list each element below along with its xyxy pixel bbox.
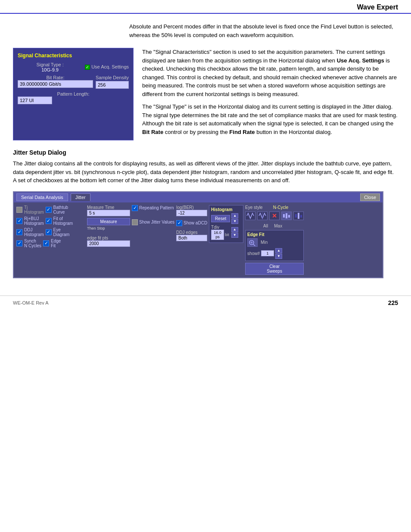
- cb-row-3: ✓ DDJHistogram ✓ EyeDiagram: [16, 227, 85, 237]
- edge-fit-pts-value: 2000: [87, 240, 130, 247]
- log-ber-group: log(BER) -12: [176, 205, 207, 216]
- ncycle-label: N-Cycle: [273, 205, 289, 210]
- close-button[interactable]: Close: [360, 193, 380, 201]
- eye-style-icon-2[interactable]: [257, 212, 268, 220]
- dialog-body: TjHistogram ✓ BathtubCurve ✓ Rj+BUJHisto…: [14, 202, 383, 277]
- tdiv-label: Tdiv: [211, 225, 229, 230]
- show-jitter-row: Show Jitter Values: [132, 219, 174, 225]
- reset-button[interactable]: Reset: [211, 215, 230, 222]
- edge-fit-pts-label: edge fit pts: [87, 236, 130, 240]
- max-label: Max: [274, 224, 282, 228]
- cb-synch: ✓ SynchN Cycles: [16, 239, 41, 248]
- signal-section: Signal Characteristics Signal Type : 10G…: [13, 48, 398, 140]
- clear-sweeps-button[interactable]: Clear Sweeps: [245, 263, 304, 275]
- sample-density-label: Sample Density: [96, 75, 129, 80]
- measure-time-value: 5 s: [87, 210, 130, 216]
- x-icon-1: ✕: [272, 212, 277, 219]
- cb-ddj-checkbox[interactable]: ✓: [16, 229, 22, 235]
- signal-type-label: Signal Type :: [18, 62, 82, 67]
- cb-tj-histogram: TjHistogram: [16, 205, 44, 215]
- measure-button[interactable]: Measure: [87, 218, 130, 225]
- show-spin-down[interactable]: ▼: [275, 254, 282, 259]
- show-num-row: show# 1 ▲ ▼: [247, 248, 302, 259]
- ddj-edges-label: DDJ edges: [176, 230, 207, 235]
- style-ncycle-column: Eye style N-Cycle: [245, 205, 304, 275]
- main-content: Absolute and Percent modes differ in tha…: [0, 14, 411, 287]
- measure-btn-group: Measure Then Stop: [87, 218, 130, 230]
- edge-fit-box: Edge Fit Min: [245, 230, 304, 261]
- intro-paragraph: Absolute and Percent modes differ in tha…: [129, 22, 398, 39]
- tab-jitter[interactable]: Jitter: [71, 193, 90, 201]
- tdiv-unit: bit: [225, 233, 229, 237]
- spin-down-1[interactable]: ▼: [231, 219, 238, 224]
- style-icons-row: ✕: [245, 212, 304, 220]
- page-header: Wave Expert: [0, 0, 411, 14]
- repeating-column: ✓ Repeating Pattern Show Jitter Values: [132, 205, 174, 275]
- show-value: 1: [261, 250, 274, 256]
- svg-rect-6: [300, 215, 302, 218]
- cb-ddj: ✓ DDJHistogram: [16, 227, 44, 237]
- page-number: 225: [388, 299, 398, 306]
- then-stop-label: Then Stop: [87, 226, 130, 230]
- cb-fit-checkbox[interactable]: ✓: [46, 218, 52, 224]
- log-ber-value: -12: [176, 210, 207, 216]
- signal-characteristics-box: Signal Characteristics Signal Type : 10G…: [13, 48, 134, 140]
- ncycle-icon-max[interactable]: [293, 212, 304, 220]
- repeating-label: Repeating Pattern: [139, 205, 174, 210]
- cb-bathtub-curve: ✓ BathtubCurve: [46, 205, 68, 215]
- use-acq-checkbox[interactable]: ✓: [85, 65, 90, 70]
- all-label: All: [263, 224, 268, 228]
- cb-rjbuj: ✓ Rj+BUJHistogram: [16, 216, 44, 226]
- svg-rect-1: [283, 214, 285, 218]
- bit-rate-label: Bit Rate:: [18, 75, 93, 80]
- measure-column: Measure Time 5 s Measure Then Stop edge …: [87, 205, 130, 275]
- jitter-dialog: Serial Data Analysis Jitter Close TjHist…: [13, 191, 383, 278]
- spin-up-2[interactable]: ▲: [231, 227, 238, 232]
- spin-up-1[interactable]: ▲: [231, 213, 238, 218]
- cb-edge-checkbox[interactable]: ✓: [43, 240, 49, 246]
- edge-fit-title: Edge Fit: [247, 232, 302, 237]
- repeating-checkbox[interactable]: ✓: [132, 205, 138, 211]
- cb-eye-checkbox[interactable]: ✓: [46, 229, 52, 235]
- cb-synch-checkbox[interactable]: ✓: [16, 240, 22, 246]
- show-jitter-checkbox[interactable]: [132, 219, 138, 225]
- measure-time-label: Measure Time: [87, 205, 130, 210]
- cb-bathtub-checkbox[interactable]: ✓: [46, 207, 52, 213]
- show-jitter-label: Show Jitter Values: [139, 220, 174, 224]
- bit-rate-value: 39.00000000 Gbit/s: [18, 80, 93, 88]
- dialog-header: Serial Data Analysis Jitter Close: [14, 192, 383, 202]
- eye-style-label: Eye style: [245, 205, 263, 210]
- svg-line-8: [253, 244, 256, 246]
- cb-rjbuj-checkbox[interactable]: ✓: [16, 218, 22, 224]
- svg-rect-4: [295, 214, 297, 218]
- show-spin-up[interactable]: ▲: [275, 248, 282, 253]
- edge-fit-pts-group: edge fit pts 2000: [87, 236, 130, 247]
- cb-tj-checkbox[interactable]: [16, 207, 22, 213]
- histogram-column: Histogram Reset ▲ ▼ Tdiv: [209, 205, 243, 275]
- jitter-heading: Jitter Setup Dialog: [13, 149, 398, 156]
- show-adcd-checkbox[interactable]: ✓: [176, 220, 182, 226]
- ddj-edges-value: Both: [176, 235, 207, 241]
- eye-style-icon-3[interactable]: ✕: [269, 212, 280, 220]
- svg-rect-2: [286, 213, 287, 218]
- edge-fit-icon-zoom[interactable]: [247, 238, 258, 247]
- signal-type-value: 10G-9.9: [18, 67, 82, 72]
- eye-style-icon-1[interactable]: [245, 212, 255, 220]
- tdiv-row: Tdiv 16.0 ps bit ▲ ▼: [211, 225, 241, 240]
- pattern-length-label: Pattern Length:: [18, 91, 129, 96]
- sample-density-value: 256: [96, 81, 129, 89]
- jitter-description: The Jitter dialog contains all the contr…: [13, 159, 398, 185]
- checkbox-column: TjHistogram ✓ BathtubCurve ✓ Rj+BUJHisto…: [16, 205, 85, 275]
- page-footer: WE-OM-E Rev A 225: [0, 296, 411, 310]
- pattern-length-value: 127 UI: [18, 96, 52, 104]
- cb-fit-histogram: ✓ Fit ofHistogram: [46, 216, 73, 226]
- spin-down-2[interactable]: ▼: [231, 233, 238, 238]
- show-adcd-label: Show aDCD: [184, 221, 207, 225]
- page-title: Wave Expert: [357, 3, 398, 11]
- ncycle-icon-all[interactable]: [281, 212, 292, 220]
- tab-serial-data-analysis[interactable]: Serial Data Analysis: [16, 193, 68, 201]
- signal-box-title: Signal Characteristics: [18, 53, 129, 59]
- doc-ref: WE-OM-E Rev A: [13, 300, 49, 305]
- reset-row: Reset ▲ ▼: [211, 213, 241, 224]
- signal-description: The "Signal Characteristics" section is …: [142, 48, 398, 140]
